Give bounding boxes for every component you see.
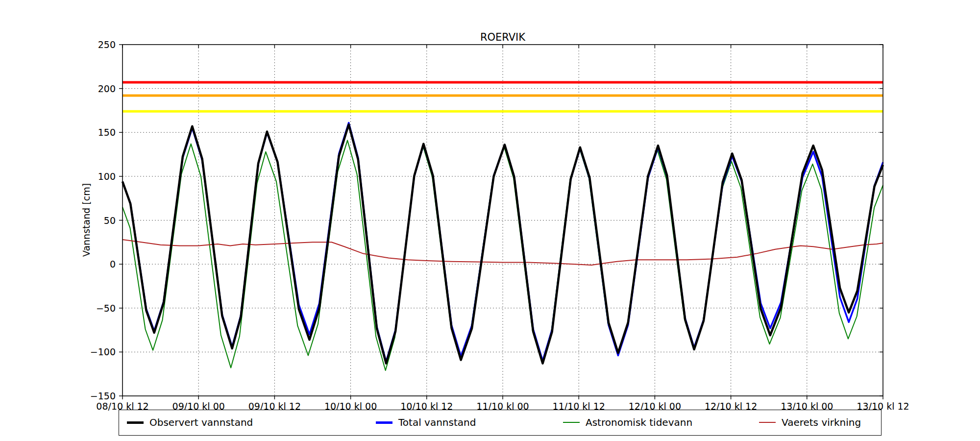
chart-title: ROERVIK [405, 31, 601, 43]
y-tick-label: 250 [98, 39, 116, 50]
astronomical-line-sample [563, 422, 580, 423]
legend-entry-total: Total vannstand [376, 410, 476, 435]
y-tick-label: 150 [98, 127, 116, 138]
y-tick-label: 0 [110, 259, 116, 270]
observed-line-sample [127, 421, 144, 424]
total-line-sample [376, 421, 392, 424]
y-tick-label: −150 [90, 391, 116, 401]
y-tick-label: −50 [96, 303, 116, 314]
y-tick-label: −100 [90, 346, 116, 357]
weather-line [122, 240, 883, 265]
y-tick-label: 200 [98, 83, 116, 94]
y-tick-label: 50 [104, 215, 116, 226]
legend-label-weather: Vaerets virkning [782, 416, 861, 428]
legend-entry-astronomical: Astronomisk tidevann [563, 410, 692, 435]
chart-canvas: 250200150100500−50−100−15008/10 kl 1209/… [0, 0, 980, 441]
legend-entry-weather: Vaerets virkning [759, 410, 861, 435]
weather-line-sample [759, 422, 776, 423]
y-tick-label: 100 [98, 171, 116, 182]
legend-entry-observed: Observert vannstand [127, 410, 253, 435]
legend-label-observed: Observert vannstand [149, 416, 253, 428]
legend-label-astronomical: Astronomisk tidevann [586, 416, 692, 428]
legend-label-total: Total vannstand [398, 416, 476, 428]
legend: Observert vannstand Total vannstand Astr… [119, 410, 882, 436]
y-axis-label: Vannstand [cm] [81, 181, 92, 259]
figure: 250200150100500−50−100−15008/10 kl 1209/… [0, 0, 980, 441]
